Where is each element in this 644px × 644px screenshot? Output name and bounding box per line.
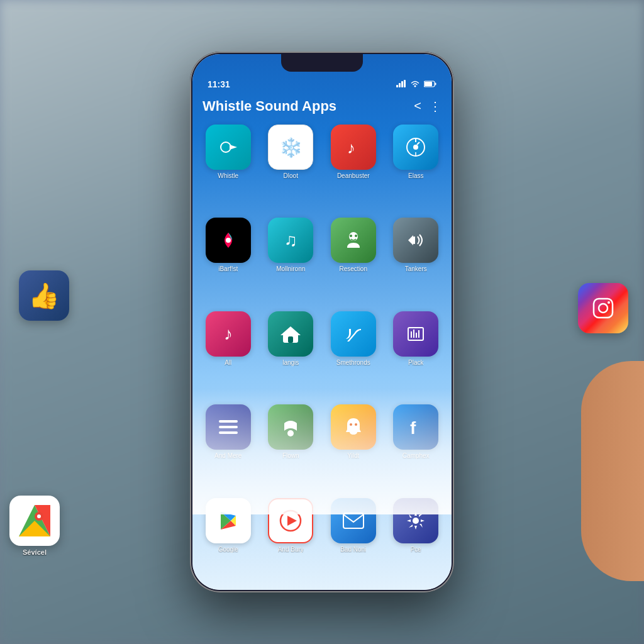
app-screen: 11:31 bbox=[192, 54, 452, 590]
more-button[interactable]: ⋮ bbox=[429, 99, 441, 114]
notch bbox=[281, 54, 363, 72]
svg-point-20 bbox=[413, 145, 418, 150]
cloud-background bbox=[192, 389, 452, 514]
svg-marker-32 bbox=[280, 326, 301, 335]
floating-facebook-icon[interactable]: 👍 bbox=[19, 270, 69, 321]
svg-rect-37 bbox=[418, 330, 419, 338]
svg-point-6 bbox=[599, 304, 608, 313]
scene: 👍 Sévícel bbox=[0, 0, 644, 644]
ibarfist-label: iBarf!st bbox=[218, 265, 238, 272]
elass-icon bbox=[393, 125, 438, 170]
svg-point-4 bbox=[37, 514, 41, 518]
svg-rect-51 bbox=[343, 513, 364, 528]
app-item-ibarfist[interactable]: iBarf!st bbox=[200, 218, 257, 304]
app-item-mollnironn[interactable]: ♫ Mollnironn bbox=[263, 218, 319, 304]
dloot-label: Dloot bbox=[284, 172, 298, 179]
header-actions: < ⋮ bbox=[414, 99, 441, 114]
phone-screen: 11:31 bbox=[192, 54, 452, 590]
wifi-icon bbox=[410, 79, 420, 89]
plack-icon bbox=[393, 311, 438, 357]
svg-point-12 bbox=[414, 86, 416, 87]
svg-marker-28 bbox=[408, 235, 413, 245]
time-display: 11:31 bbox=[208, 79, 230, 89]
battery-icon bbox=[424, 79, 436, 89]
svg-rect-8 bbox=[396, 85, 398, 87]
app-item-resection[interactable]: Resection bbox=[325, 218, 382, 304]
app-grid: Whistle ❄️ Dloot ♪ bbox=[192, 119, 452, 590]
app-item-smethronds[interactable]: Smethronds bbox=[325, 311, 382, 398]
langis-icon bbox=[268, 311, 313, 357]
floating-maps-icon[interactable]: Sévícel bbox=[9, 496, 60, 556]
svg-marker-17 bbox=[230, 145, 237, 150]
smethronds-label: Smethronds bbox=[336, 359, 370, 366]
whistle-label: Whistle bbox=[218, 172, 238, 179]
langis-label: langis bbox=[282, 359, 299, 366]
app-header: Whistle Sound Apps < ⋮ bbox=[192, 92, 452, 119]
all-label: All bbox=[225, 359, 231, 366]
dloot-icon: ❄️ bbox=[268, 125, 313, 170]
tankers-label: Tankers bbox=[405, 265, 427, 272]
app-item-plack[interactable]: Plack bbox=[388, 311, 445, 398]
svg-rect-35 bbox=[413, 330, 414, 338]
svg-rect-10 bbox=[401, 81, 403, 87]
whistle-icon bbox=[206, 125, 251, 170]
page-title: Whistle Sound Apps bbox=[203, 98, 336, 114]
svg-point-24 bbox=[226, 238, 231, 243]
ibarfist-icon bbox=[206, 218, 251, 263]
google-label: Google bbox=[218, 546, 238, 553]
pce-label: Pce bbox=[411, 546, 421, 553]
svg-rect-29 bbox=[413, 236, 415, 244]
svg-rect-11 bbox=[404, 80, 406, 87]
svg-rect-14 bbox=[425, 82, 432, 86]
app-item-dloot[interactable]: ❄️ Dloot bbox=[263, 125, 319, 211]
maps-label: Sévícel bbox=[23, 548, 47, 556]
app-item-whistle[interactable]: Whistle bbox=[200, 125, 257, 211]
resection-icon bbox=[331, 218, 376, 263]
back-button[interactable]: < bbox=[414, 99, 421, 114]
status-icons bbox=[396, 79, 436, 89]
deanbuster-label: Deanbuster bbox=[337, 172, 370, 179]
app-item-langis[interactable]: langis bbox=[263, 311, 319, 398]
svg-rect-9 bbox=[399, 83, 401, 87]
svg-marker-50 bbox=[287, 516, 297, 526]
svg-rect-31 bbox=[288, 336, 293, 343]
deanbuster-icon: ♪ bbox=[331, 125, 376, 170]
plack-label: Plack bbox=[408, 359, 423, 366]
svg-line-23 bbox=[417, 142, 419, 145]
svg-point-52 bbox=[413, 518, 419, 524]
svg-text:♪: ♪ bbox=[347, 138, 355, 157]
status-bar: 11:31 bbox=[192, 72, 452, 92]
svg-point-16 bbox=[221, 142, 231, 152]
app-item-tankers[interactable]: Tankers bbox=[388, 218, 445, 304]
resection-label: Resection bbox=[340, 265, 367, 272]
elass-label: Elass bbox=[408, 172, 423, 179]
svg-point-7 bbox=[608, 301, 610, 304]
svg-rect-36 bbox=[416, 333, 417, 338]
svg-point-26 bbox=[350, 235, 352, 237]
app-item-elass[interactable]: Elass bbox=[388, 125, 445, 211]
floating-instagram-icon[interactable] bbox=[578, 283, 628, 333]
mollnironn-icon: ♫ bbox=[268, 218, 313, 263]
bad-noni-label: Bad Noni bbox=[340, 546, 366, 553]
phone-frame: 11:31 bbox=[190, 52, 454, 592]
app-item-deanbuster[interactable]: ♪ Deanbuster bbox=[325, 125, 382, 211]
hand-right bbox=[581, 361, 644, 581]
tankers-icon bbox=[393, 218, 438, 263]
mollnironn-label: Mollnironn bbox=[276, 265, 305, 272]
svg-point-27 bbox=[355, 235, 357, 237]
signal-icon bbox=[396, 79, 406, 89]
svg-rect-34 bbox=[411, 331, 412, 338]
all-icon: ♪ bbox=[206, 311, 251, 357]
svg-rect-15 bbox=[435, 83, 436, 86]
svg-rect-5 bbox=[594, 299, 613, 318]
app-item-all[interactable]: ♪ All bbox=[200, 311, 257, 398]
smethronds-icon bbox=[331, 311, 376, 357]
and-bury-label: And Bury bbox=[278, 546, 304, 553]
